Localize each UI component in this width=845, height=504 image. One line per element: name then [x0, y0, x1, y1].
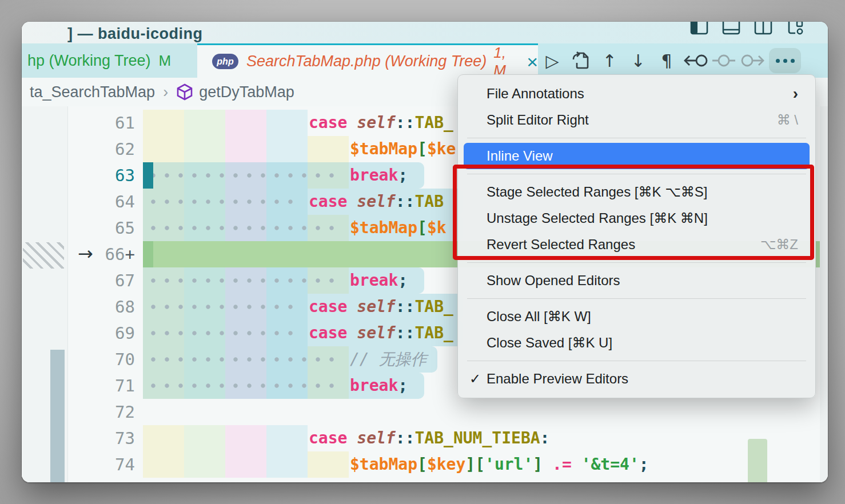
- run-icon[interactable]: ▷: [538, 48, 567, 73]
- indent-guide-column: [184, 451, 225, 478]
- whitespace-dots: [146, 215, 343, 241]
- menu-separator: [467, 262, 806, 263]
- previous-change-icon[interactable]: [681, 48, 710, 73]
- line-number[interactable]: 65: [67, 215, 135, 241]
- line-number[interactable]: 64: [67, 189, 135, 215]
- indent-guide-column: [184, 110, 225, 136]
- code-text: $tabMap[$key]['url'] .= '&t=4';: [350, 451, 649, 478]
- customize-layout-icon[interactable]: [786, 22, 805, 37]
- pilcrow-icon[interactable]: ¶: [652, 48, 681, 73]
- layout-controls: [689, 22, 805, 37]
- indent-guide-column: [225, 425, 266, 451]
- menu-item-show-opened-editors[interactable]: Show Opened Editors: [458, 267, 815, 294]
- toggle-sidebar-icon[interactable]: [689, 22, 709, 37]
- whitespace-dots: [146, 373, 343, 399]
- menu-separator: [467, 138, 806, 138]
- whitespace-dots: [146, 189, 302, 215]
- titlebar: ] — baidu-icoding: [22, 22, 828, 43]
- indent-guide-column: [308, 451, 349, 478]
- line-number[interactable]: 66+: [67, 241, 135, 267]
- code-text: case self::TAB_NUM_TIEBA:: [309, 425, 549, 451]
- line-number[interactable]: 74: [67, 451, 135, 478]
- next-change-icon[interactable]: [738, 48, 767, 73]
- line-number[interactable]: 72: [67, 399, 135, 425]
- submenu-chevron-icon: ›: [793, 85, 798, 103]
- tab-inactive-working-tree[interactable]: hp (Working Tree) M: [22, 43, 197, 78]
- code-text: $tabMap[$ke: [350, 136, 456, 162]
- indent-guide-column: [225, 451, 266, 478]
- code-text: break;: [350, 162, 408, 189]
- more-actions-icon[interactable]: [769, 48, 801, 73]
- whitespace-dots: [146, 162, 343, 189]
- menu-item-label: Close All [⌘K W]: [487, 309, 591, 325]
- indent-guide-column: [225, 136, 266, 162]
- indent-guide-column: [266, 425, 308, 451]
- indent-guide-column: [184, 136, 225, 162]
- code-text: case self::TAB_: [309, 320, 453, 346]
- annotation-highlight-box: [453, 165, 814, 260]
- line-number[interactable]: 70: [67, 346, 135, 373]
- menu-item-file-annotations[interactable]: File Annotations›: [458, 81, 815, 107]
- whitespace-dots: [146, 346, 343, 373]
- line-number[interactable]: 63: [67, 162, 135, 189]
- window-title: ] — baidu-icoding: [67, 25, 202, 43]
- whitespace-dots: [146, 267, 343, 294]
- line-number[interactable]: 67: [67, 267, 135, 294]
- split-editor-icon[interactable]: [754, 22, 773, 37]
- indent-guide-column: [225, 110, 266, 136]
- line-number[interactable]: 71: [67, 373, 135, 399]
- whitespace-dots: [146, 294, 302, 320]
- indent-guide-column: [308, 136, 349, 162]
- tab-active-searchtabmap[interactable]: php SearchTabMap.php (Working Tree) 1, M…: [197, 43, 538, 78]
- breadcrumb-method[interactable]: getDyTabMap: [199, 83, 294, 101]
- line-number[interactable]: 68: [67, 294, 135, 320]
- indent-guide-column: [266, 110, 308, 136]
- code-line[interactable]: case self::TAB_NUM_TIEBA:: [143, 425, 828, 451]
- current-change-icon[interactable]: [710, 48, 738, 73]
- indent-guide-column: [266, 451, 308, 478]
- indent-guide-column: [266, 136, 308, 162]
- menu-item-enable-preview-editors[interactable]: ✓Enable Preview Editors: [458, 366, 815, 392]
- line-number[interactable]: 62: [67, 136, 135, 162]
- chevron-right-icon: ›: [163, 83, 168, 101]
- overview-ruler[interactable]: [820, 106, 828, 482]
- open-file-icon[interactable]: [567, 48, 595, 73]
- toggle-panel-icon[interactable]: [722, 22, 741, 37]
- menu-separator: [467, 361, 806, 361]
- left-scrollbar[interactable]: [50, 350, 65, 482]
- code-text: case self::TAB_: [309, 294, 453, 320]
- menu-item-split-editor-right[interactable]: Split Editor Right⌘ \: [458, 107, 815, 133]
- code-line[interactable]: $tabMap[$key]['url'] .= '&t=4';: [143, 451, 828, 478]
- indent-guide-column: [143, 110, 184, 136]
- code-line[interactable]: [143, 399, 828, 425]
- line-number[interactable]: 61: [67, 110, 135, 136]
- arrow-up-icon[interactable]: ↑: [595, 48, 624, 73]
- arrow-down-icon[interactable]: ↓: [624, 48, 652, 73]
- indent-guide-column: [184, 425, 225, 451]
- close-tab-icon[interactable]: ×: [527, 53, 538, 70]
- line-number-gutter: → 616263646566+6768697071727374: [67, 106, 143, 482]
- menu-shortcut: ⌘ \: [777, 112, 798, 128]
- code-text: // 无操作: [350, 346, 427, 373]
- menu-item-label: Enable Preview Editors: [487, 371, 628, 387]
- diff-added-gutter-strip: [143, 241, 153, 267]
- code-text: break;: [350, 267, 408, 294]
- menu-separator: [467, 298, 806, 299]
- code-text: case self::TAB_: [309, 110, 453, 136]
- checkmark-icon: ✓: [469, 371, 481, 387]
- menu-item-close-saved-k-u[interactable]: Close Saved [⌘K U]: [458, 330, 815, 356]
- breadcrumb-class[interactable]: ta_SearchTabMap: [30, 83, 155, 101]
- line-number[interactable]: 73: [67, 425, 135, 451]
- modified-line-gutter-chip: [143, 162, 153, 189]
- tab-label: SearchTabMap.php (Working Tree): [246, 53, 487, 70]
- minimap-added-marker: [748, 439, 767, 482]
- menu-item-label: Show Opened Editors: [487, 273, 620, 289]
- tab-label: hp (Working Tree): [27, 52, 151, 70]
- tab-bar: hp (Working Tree) M php SearchTabMap.php…: [22, 43, 828, 78]
- code-text: $tabMap[$k: [350, 215, 447, 241]
- menu-item-label: Split Editor Right: [487, 112, 589, 128]
- modified-badge: M: [159, 52, 172, 70]
- menu-item-close-all-k-w[interactable]: Close All [⌘K W]: [458, 303, 815, 330]
- line-number[interactable]: 69: [67, 320, 135, 346]
- php-file-icon: php: [212, 54, 238, 69]
